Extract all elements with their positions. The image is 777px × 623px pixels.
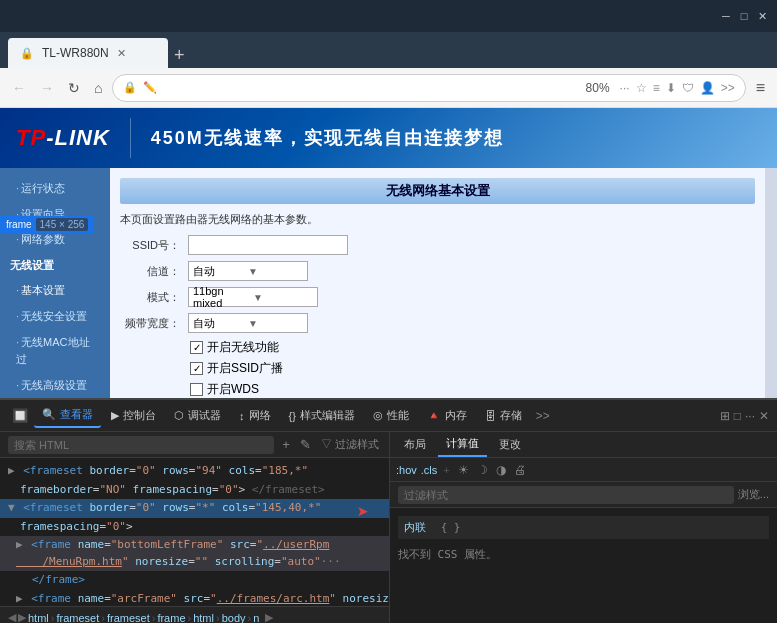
breadcrumb-frameset1[interactable]: frameset (56, 612, 99, 624)
profile-icon[interactable]: 👤 (700, 81, 715, 95)
tab-memory[interactable]: 🔺 内存 (419, 404, 475, 427)
inspector-tab-icon: 🔍 (42, 408, 56, 421)
bandwidth-label: 频带宽度： (120, 316, 180, 331)
minimize-button[interactable]: ─ (719, 9, 733, 23)
code-line-2[interactable]: frameborder="NO" framespacing="0"> </fra… (0, 481, 389, 500)
forward-button[interactable]: → (36, 76, 58, 100)
moon-icon[interactable]: ☽ (475, 461, 490, 479)
ssid-broadcast-checkbox[interactable]: ✓ (190, 362, 203, 375)
dock-icon[interactable]: □ (734, 409, 741, 423)
panel-title: 无线网络基本设置 (120, 178, 755, 204)
sun-icon[interactable]: ☀ (456, 461, 471, 479)
breadcrumb-html2[interactable]: html (193, 612, 214, 624)
shield-icon[interactable]: 🛡 (682, 81, 694, 95)
reload-button[interactable]: ↻ (64, 76, 84, 100)
toggle-1[interactable]: ▶ (8, 464, 15, 477)
tab-inspector[interactable]: 🔍 查看器 (34, 403, 101, 428)
browse-button[interactable]: 浏览... (738, 487, 769, 502)
address-bar[interactable]: 🔒 ✏️ 80% ··· ☆ ≡ ⬇ 🛡 👤 >> (112, 74, 745, 102)
tab-changes[interactable]: 更改 (491, 433, 529, 456)
sidebar-item-mac[interactable]: ·无线MAC地址过 (0, 330, 110, 373)
filter-icon[interactable]: ▽ 过滤样式 (319, 435, 381, 454)
split-view-icon[interactable]: ⊞ (720, 409, 730, 423)
sidebar-item-basic[interactable]: ·基本设置 (0, 278, 110, 304)
frame-label: frame 145 × 256 (0, 216, 94, 233)
mode-value: 11bgn mixed (193, 285, 253, 309)
bandwidth-select[interactable]: 自动 ▼ (188, 313, 308, 333)
tab-close-button[interactable]: ✕ (117, 47, 126, 60)
sidebar-item-wireless[interactable]: 无线设置 (0, 253, 110, 279)
menu-button[interactable]: ≡ (752, 75, 769, 101)
devtools-toolbar: 🔲 🔍 查看器 ▶ 控制台 ⬡ 调试器 ↕ 网络 {} 样式编辑器 ◎ 性能 🔺… (0, 400, 777, 432)
home-button[interactable]: ⌂ (90, 76, 106, 100)
more-button[interactable]: ··· (620, 81, 630, 95)
print-icon[interactable]: 🖨 (512, 461, 528, 479)
debugger-tab-icon: ⬡ (174, 409, 184, 422)
breadcrumb-nav-right[interactable]: ▶ (265, 611, 273, 623)
devtools-close-icon[interactable]: ✕ (759, 409, 769, 423)
code-line-6[interactable]: </frame> (0, 571, 389, 590)
code-line-1[interactable]: ▶ <frameset border="0" rows="94" cols="1… (0, 462, 389, 481)
bookmark-icon[interactable]: ☆ (636, 81, 647, 95)
wireless-enable-checkbox[interactable]: ✓ (190, 341, 203, 354)
sidebar-item-security[interactable]: ·无线安全设置 (0, 304, 110, 330)
color-scheme-icon[interactable]: ◑ (494, 461, 508, 479)
tab-console[interactable]: ▶ 控制台 (103, 404, 164, 427)
code-line-4[interactable]: framespacing="0"> (0, 518, 389, 537)
ssid-label: SSID号： (120, 238, 180, 253)
tab-computed[interactable]: 计算值 (438, 432, 487, 457)
breadcrumb-back[interactable]: ◀ (8, 611, 16, 623)
breadcrumb-body[interactable]: body (222, 612, 246, 624)
breadcrumb-n[interactable]: n (253, 612, 259, 624)
channel-select[interactable]: 自动 ▼ (188, 261, 308, 281)
cls-button[interactable]: .cls (421, 464, 438, 476)
devtools: 🔲 🔍 查看器 ▶ 控制台 ⬡ 调试器 ↕ 网络 {} 样式编辑器 ◎ 性能 🔺… (0, 398, 777, 623)
wds-row: 开启WDS (190, 381, 755, 398)
tab-style-editor[interactable]: {} 样式编辑器 (281, 404, 363, 427)
breadcrumb-html[interactable]: html (28, 612, 49, 624)
reader-icon[interactable]: ≡ (653, 81, 660, 95)
breadcrumb-frame[interactable]: frame (157, 612, 185, 624)
inspector-icon[interactable]: 🔲 (8, 404, 32, 427)
css-filter-input[interactable] (398, 486, 734, 504)
devtools-more-icon[interactable]: >> (532, 405, 554, 427)
mode-select[interactable]: 11bgn mixed ▼ (188, 287, 318, 307)
ssid-input[interactable] (188, 235, 348, 255)
network-tab-icon: ↕ (239, 410, 245, 422)
edit-html-button[interactable]: ✎ (298, 435, 313, 454)
breadcrumb-forward[interactable]: ▶ (18, 611, 26, 623)
sidebar-item-status[interactable]: ·运行状态 (0, 176, 110, 202)
tab-layout[interactable]: 布局 (396, 433, 434, 456)
code-line-5[interactable]: ▶ <frame name="bottomLeftFrame" src="../… (0, 536, 389, 571)
toggle-3[interactable]: ▼ (8, 501, 15, 514)
devtools-more-options[interactable]: ··· (745, 409, 755, 423)
tab-debugger[interactable]: ⬡ 调试器 (166, 404, 229, 427)
tab-network[interactable]: ↕ 网络 (231, 404, 279, 427)
html-panel: + ✎ ▽ 过滤样式 ▶ <frameset border="0" rows="… (0, 432, 390, 623)
css-right-tab-bar: 布局 计算值 更改 (390, 432, 777, 458)
tab-performance[interactable]: ◎ 性能 (365, 404, 417, 427)
hover-button[interactable]: :hov (396, 464, 417, 476)
maximize-button[interactable]: □ (737, 9, 751, 23)
sidebar-item-advanced[interactable]: ·无线高级设置 (0, 373, 110, 398)
tab-storage[interactable]: 🗄 存储 (477, 404, 530, 427)
code-line-3[interactable]: ▼ <frameset border="0" rows="*" cols="14… (0, 499, 389, 518)
wds-checkbox[interactable] (190, 383, 203, 396)
code-line-7[interactable]: ▶ <frame name="arcFrame" src="../frames/… (0, 590, 389, 607)
browser-tab[interactable]: 🔒 TL-WR880N ✕ (8, 38, 168, 68)
memory-tab-icon: 🔺 (427, 409, 441, 422)
wds-label: 开启WDS (207, 381, 259, 398)
breadcrumb-frameset2[interactable]: frameset (107, 612, 150, 624)
ssid-broadcast-label: 开启SSID广播 (207, 360, 283, 377)
new-tab-button[interactable]: + (174, 46, 185, 64)
add-node-button[interactable]: + (280, 435, 292, 454)
download-icon[interactable]: ⬇ (666, 81, 676, 95)
toggle-7[interactable]: ▶ (16, 592, 23, 605)
html-search-input[interactable] (8, 436, 274, 454)
close-button[interactable]: ✕ (755, 9, 769, 23)
extensions-icon[interactable]: >> (721, 81, 735, 95)
toggle-5[interactable]: ▶ (16, 538, 23, 551)
devtools-content: + ✎ ▽ 过滤样式 ▶ <frameset border="0" rows="… (0, 432, 777, 623)
back-button[interactable]: ← (8, 76, 30, 100)
mode-label: 模式： (120, 290, 180, 305)
